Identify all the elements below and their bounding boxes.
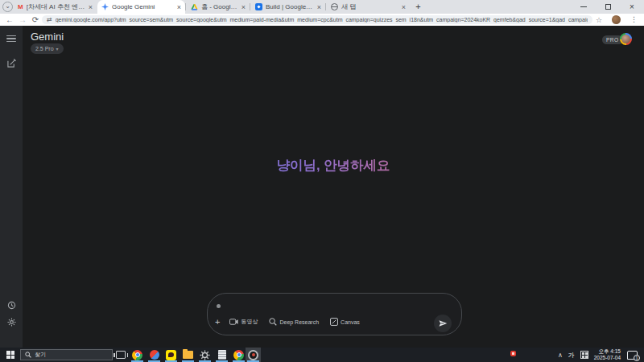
taskbar-app-chrome-2[interactable] <box>231 348 246 362</box>
search-placeholder: 찾기 <box>35 351 46 359</box>
maximize-button[interactable] <box>596 0 620 14</box>
taskbar-search-input[interactable]: 찾기 <box>20 349 113 360</box>
prompt-input[interactable]: + 동영상 Deep Research <box>207 293 462 335</box>
menu-hamburger-icon[interactable] <box>6 33 17 44</box>
gemini-title: Gemini <box>31 31 64 43</box>
new-chat-icon[interactable] <box>6 57 17 68</box>
recording-indicator-icon <box>510 351 516 356</box>
send-icon <box>439 319 448 327</box>
browser-tab-strip: ⌄ M [차세대 AI 추천 엔진 통합 포.. × Google Gemini… <box>0 0 644 14</box>
task-view-icon[interactable] <box>116 351 126 359</box>
system-tray: ∧ 가 오후 4:15 2025-07-04 1 <box>558 348 644 362</box>
user-avatar[interactable] <box>620 33 632 45</box>
capture-tool-icon <box>248 350 258 360</box>
site-info-icon[interactable]: ⇄ <box>47 16 52 23</box>
bookmark-star-icon[interactable]: ☆ <box>596 16 602 24</box>
canvas-icon <box>330 318 338 326</box>
ime-mode-icon[interactable] <box>580 351 588 359</box>
taskbar-app-security[interactable] <box>147 348 162 362</box>
tab-title: 홈 - Google Drive <box>201 2 238 11</box>
tab-close-icon[interactable]: × <box>402 3 406 11</box>
notification-center-icon[interactable]: 1 <box>627 351 638 360</box>
taskbar-app-capture-tool[interactable] <box>246 348 261 362</box>
tab-title: 새 탭 <box>341 2 398 11</box>
window-controls: × <box>572 0 644 14</box>
tab-divider <box>185 3 186 10</box>
close-window-button[interactable]: × <box>620 0 644 14</box>
settings-gear-icon[interactable] <box>6 316 17 327</box>
deep-research-label: Deep Research <box>279 319 319 325</box>
video-tool-label: 동영상 <box>241 318 258 326</box>
taskbar-clock[interactable]: 오후 4:15 2025-07-04 <box>594 348 621 361</box>
canvas-button[interactable]: Canvas <box>330 318 360 326</box>
gear-icon <box>200 350 210 360</box>
drive-icon <box>191 3 198 10</box>
gemini-icon <box>101 3 109 10</box>
start-button[interactable] <box>6 351 14 359</box>
send-button[interactable] <box>434 315 452 332</box>
deep-research-icon <box>269 318 277 326</box>
browser-menu-icon[interactable]: ⋮ <box>630 15 638 23</box>
tab-close-icon[interactable]: × <box>177 3 181 11</box>
gemini-page: Gemini 2.5 Pro ▾ PRO 냥이님, 안녕하세요 + 동영상 <box>0 26 644 348</box>
notification-badge: 1 <box>634 355 640 361</box>
show-hidden-icons[interactable]: ∧ <box>558 352 563 359</box>
history-icon[interactable] <box>6 299 17 311</box>
ime-language-indicator[interactable]: 가 <box>568 351 575 360</box>
back-icon[interactable]: ← <box>3 14 16 26</box>
tab-close-icon[interactable]: × <box>242 3 246 11</box>
windows-taskbar: 찾기 <box>0 348 644 362</box>
taskbar-app-file-explorer[interactable] <box>180 348 196 362</box>
taskbar-app-notepad[interactable] <box>214 348 229 362</box>
tab-title: Google Gemini <box>112 3 174 10</box>
tab-mail[interactable]: M [차세대 AI 추천 엔진 통합 포.. × <box>14 0 97 14</box>
model-name: 2.5 Pro <box>35 46 54 51</box>
tab-google-drive[interactable]: 홈 - Google Drive × <box>187 0 250 14</box>
gemini-sidebar <box>0 26 23 348</box>
search-icon <box>25 352 31 358</box>
tab-divider <box>325 3 326 10</box>
taskbar-app-kakaotalk[interactable] <box>163 348 179 362</box>
kakaotalk-icon <box>166 350 176 360</box>
clock-date: 2025-07-04 <box>594 355 621 360</box>
browser-profile-avatar[interactable] <box>612 15 621 24</box>
security-app-icon <box>150 350 159 360</box>
tab-ai-studio[interactable]: Build | Google AI Studio × <box>251 0 325 14</box>
model-selector[interactable]: 2.5 Pro ▾ <box>31 43 64 54</box>
clock-time: 오후 4:15 <box>599 348 621 354</box>
tab-close-icon[interactable]: × <box>89 3 93 11</box>
greeting-text: 냥이님, 안녕하세요 <box>23 157 644 175</box>
taskbar-app-chrome[interactable] <box>130 348 145 362</box>
canvas-label: Canvas <box>341 319 360 325</box>
input-cursor-dot <box>217 304 221 308</box>
new-tab-button[interactable]: + <box>413 2 423 12</box>
chrome-icon <box>233 350 244 360</box>
chevron-down-icon: ▾ <box>56 46 59 51</box>
url-text: gemini.google.com/app?utm_source=sem&utm… <box>56 17 588 23</box>
screen: ⌄ M [차세대 AI 추천 엔진 통합 포.. × Google Gemini… <box>0 0 644 362</box>
forward-icon[interactable]: → <box>16 14 29 26</box>
video-icon <box>229 319 238 325</box>
tab-google-gemini[interactable]: Google Gemini × <box>97 0 185 14</box>
taskbar-app-settings[interactable] <box>197 348 213 362</box>
tab-new-tab[interactable]: 새 탭 × <box>327 0 410 14</box>
globe-icon <box>331 3 338 10</box>
browser-toolbar: ← → ⟳ ⇄ gemini.google.com/app?utm_source… <box>0 14 644 26</box>
tab-close-icon[interactable]: × <box>317 3 321 11</box>
notepad-icon <box>218 350 226 360</box>
ai-studio-icon <box>255 3 262 10</box>
reload-icon[interactable]: ⟳ <box>29 14 42 26</box>
address-bar[interactable]: ⇄ gemini.google.com/app?utm_source=sem&u… <box>42 15 592 24</box>
video-tool-button[interactable]: 동영상 <box>229 318 258 326</box>
chrome-icon <box>132 350 142 360</box>
tab-divider <box>250 3 250 10</box>
tab-title: [차세대 AI 추천 엔진 통합 포.. <box>27 2 85 11</box>
file-explorer-icon <box>183 351 193 359</box>
add-attachment-icon[interactable]: + <box>215 317 220 327</box>
minimize-button[interactable] <box>572 0 596 14</box>
deep-research-button[interactable]: Deep Research <box>269 318 319 326</box>
composer-toolbar: + 동영상 Deep Research <box>215 315 454 329</box>
gmail-icon: M <box>18 3 23 10</box>
tab-search-button[interactable]: ⌄ <box>2 2 13 12</box>
tab-title: Build | Google AI Studio <box>266 3 314 10</box>
